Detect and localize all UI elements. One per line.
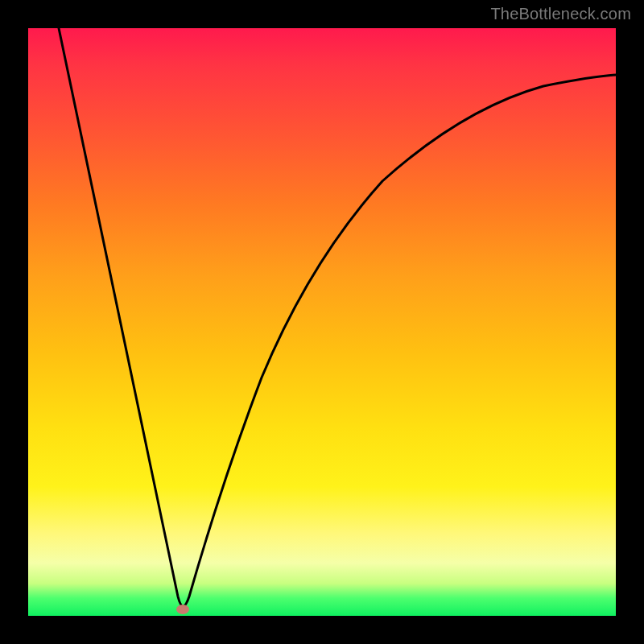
plot-area	[28, 28, 616, 616]
bottleneck-curve	[28, 28, 616, 616]
minimum-marker	[176, 605, 189, 614]
curve-path	[59, 28, 616, 606]
chart-frame: TheBottleneck.com	[0, 0, 644, 644]
attribution-text: TheBottleneck.com	[490, 5, 631, 23]
